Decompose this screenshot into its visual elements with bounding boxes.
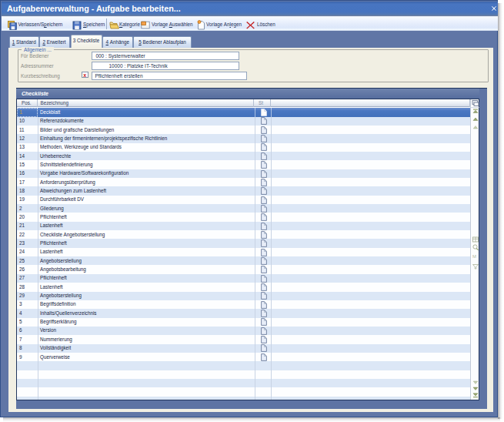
svg-text:M: M: [472, 254, 476, 259]
